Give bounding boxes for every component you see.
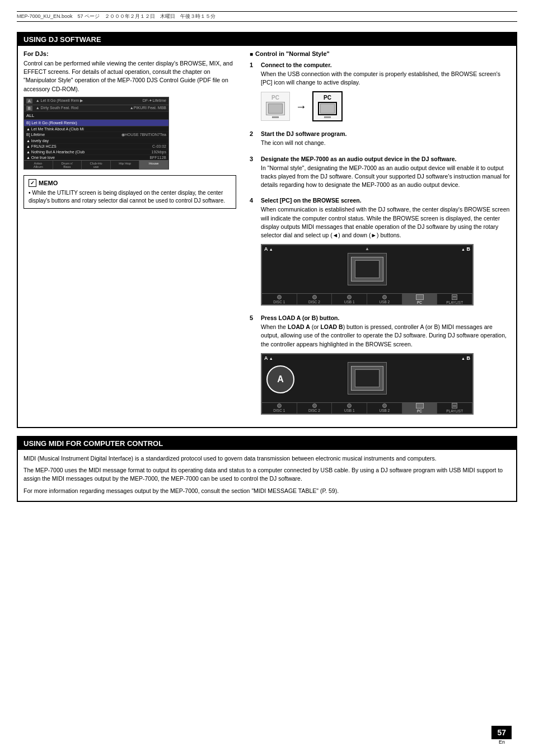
step-1-text: When the USB connection with the compute…	[261, 70, 510, 87]
step-5: 5 Press LOAD A (or B) button. When the L…	[250, 314, 510, 419]
step-4-title: Select [PC] on the BROWSE screen.	[261, 197, 510, 204]
step-2: 2 Start the DJ software program. The ico…	[250, 130, 510, 151]
page-number-sub: En	[499, 739, 505, 745]
for-djs-heading: For DJs:	[24, 50, 236, 57]
step-3-text: In "Normal style", designating the MEP-7…	[261, 164, 510, 190]
midi-section-title: USING MIDI FOR COMPUTER CONTROL	[18, 437, 516, 450]
step-2-title: Start the DJ software program.	[261, 130, 510, 137]
midi-para-1: MIDI (Musical Instrument Digital Interfa…	[24, 454, 510, 463]
browse-screen-step5: A ▲ ▲ B A	[261, 353, 474, 415]
pc-icon-area: PC → PC	[261, 91, 510, 121]
memo-text: • While the UTILITY screen is being disp…	[29, 189, 231, 205]
memo-title-text: MEMO	[39, 180, 58, 186]
step-5-title: Press LOAD A (or B) button.	[261, 314, 510, 321]
arrow-icon: →	[296, 100, 307, 113]
memo-box: ✓ MEMO • While the UTILITY screen is bei…	[24, 175, 236, 209]
browse-tabs-step4: DISC 1 DISC 2 USB 1	[262, 293, 472, 304]
browse-tabs-step5: DISC 1 DISC 2 USB 1	[262, 402, 472, 414]
midi-para-2: The MEP-7000 uses the MIDI message forma…	[24, 466, 510, 483]
step-3: 3 Designate the MEP-7000 as an audio out…	[250, 156, 510, 193]
for-djs-text: Control can be performed while viewing t…	[24, 59, 236, 93]
meta-bar: MEP-7000_KU_EN.book 57 ページ ２０００年２月１２日 木曜…	[17, 11, 517, 22]
memo-icon: ✓	[29, 179, 36, 187]
step-1-title: Connect to the computer.	[261, 62, 510, 68]
dj-software-left-col: For DJs: Control can be performed while …	[24, 50, 236, 425]
step-4-text: When communication is established with t…	[261, 205, 510, 240]
step-2-text: The icon will not change.	[261, 139, 510, 147]
step-3-title: Designate the MEP-7000 as an audio outpu…	[261, 156, 510, 162]
step-4: 4 Select [PC] on the BROWSE screen. When…	[250, 197, 510, 310]
browse-screen-step4: A ▲ ▲ B ▲	[261, 244, 474, 306]
dj-software-title: USING DJ SOFTWARE	[18, 33, 516, 46]
step-1: 1 Connect to the computer. When the USB …	[250, 62, 510, 126]
browse-screen-left: A ▲ Let It Go (Rowell Rem ▶ DF-✦Lifetime…	[24, 97, 169, 170]
dj-software-section: USING DJ SOFTWARE For DJs: Control can b…	[17, 32, 517, 428]
step-5-text: When the LOAD A (or LOAD B) button is pr…	[261, 323, 510, 349]
midi-para-3: For more information regarding messages …	[24, 487, 510, 495]
page-number: 57	[491, 726, 512, 739]
control-normal-style-heading: Control in "Normal Style"	[250, 50, 510, 57]
dj-software-right-col: Control in "Normal Style" 1 Connect to t…	[250, 50, 510, 425]
midi-section: USING MIDI FOR COMPUTER CONTROL MIDI (Mu…	[17, 436, 517, 502]
